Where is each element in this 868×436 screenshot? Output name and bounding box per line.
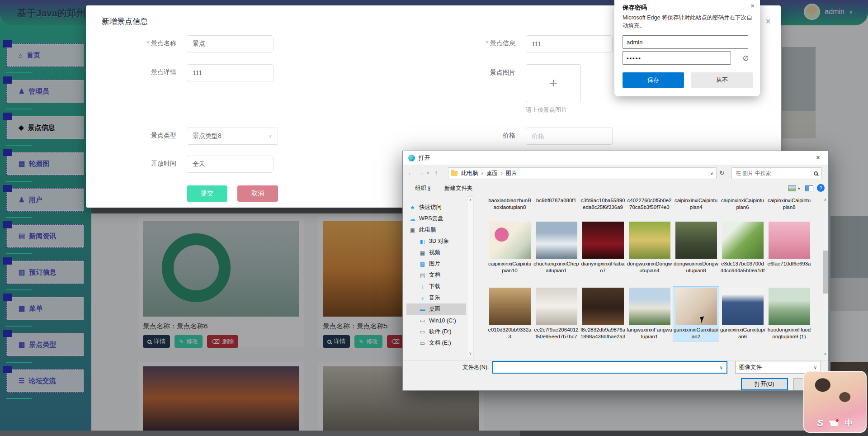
nav-item[interactable]: ★ 快速访问 [406, 202, 466, 213]
nav-item[interactable]: ▦ 视频 [406, 247, 466, 258]
ime-widget[interactable]: S 中 [803, 371, 867, 433]
file-item[interactable]: huodongxinxiHuodongtupian9 (1) [766, 287, 812, 341]
time-label: 开放时间 [113, 160, 176, 168]
forward-icon[interactable]: → [417, 169, 424, 176]
file-item[interactable]: e010d320bb9332a3 [487, 287, 533, 341]
file-item[interactable]: c4022760c0f5b0e270ca5b3f50f74e3 [627, 196, 672, 212]
file-item[interactable]: ganxixinxiGanxitupian2 [673, 287, 719, 341]
page-horizontal-scrollbar[interactable] [0, 431, 868, 436]
back-icon[interactable]: ← [407, 169, 414, 176]
time-field[interactable] [187, 156, 274, 173]
file-name: huodongxinxiHuodongtupian9 (1) [766, 327, 812, 340]
file-item[interactable]: chuchangxinxiChepaitupian1 [533, 221, 579, 275]
file-item[interactable]: baoxiaobiaozhunBaoxiaotupian8 [487, 196, 533, 212]
nav-item[interactable]: ▭ 软件 (D:) [406, 326, 466, 337]
save-button[interactable]: 保存 [623, 72, 684, 88]
dialog-titlebar[interactable]: 打开 [403, 151, 828, 165]
search-box[interactable] [731, 167, 822, 179]
name-field[interactable] [187, 35, 274, 52]
refresh-icon[interactable]: ↻ [719, 169, 725, 176]
nav-item[interactable]: ▭ Win10 (C:) [406, 315, 466, 326]
edge-icon [408, 155, 415, 161]
file-item[interactable]: caipinxinxiCaipintupian4 [673, 196, 719, 212]
file-item[interactable]: caipinxinxiCaipintupian8 [766, 196, 812, 212]
upload-image-box[interactable]: + [526, 64, 581, 102]
breadcrumb-pictures[interactable]: 图片 [506, 170, 517, 177]
save-password-popup: 保存密码 × Microsoft Edge 将保存针对此站点的密码并在下次自动填… [614, 0, 760, 96]
view-caret-icon[interactable]: ▾ [798, 186, 800, 191]
address-caret-icon[interactable]: ∨ [710, 171, 713, 176]
nav-item[interactable]: ☁ WPS云盘 [406, 213, 466, 224]
nav-item[interactable]: ▬ 桌面 [406, 303, 466, 315]
file-item[interactable]: dongwuxinxiDongwutupian8 [673, 221, 719, 275]
breadcrumb-this-pc[interactable]: 此电脑 [461, 170, 478, 177]
view-mode-icon[interactable] [788, 185, 796, 191]
close-icon[interactable]: × [765, 16, 771, 27]
nav-item-icon: ☁ [409, 216, 416, 222]
file-item[interactable]: e3dc137bc03700d44cc644a5b0ea1df [720, 221, 765, 275]
history-caret-icon[interactable]: ∨ [426, 171, 429, 175]
nav-item[interactable]: ▩ 图片 [406, 258, 466, 270]
scroll-down-icon[interactable]: ∨ [467, 351, 473, 355]
file-item[interactable]: dianyingxinxiHaibao7 [580, 221, 626, 275]
never-button[interactable]: 从不 [691, 72, 753, 88]
file-item[interactable]: ee2c7f9ae2064012f50e95eed7b7bc7 [533, 287, 579, 341]
cancel-button[interactable]: 取消 [237, 185, 278, 202]
chevron-down-icon: ∨ [720, 365, 723, 370]
search-input[interactable] [736, 170, 808, 176]
detail-field[interactable] [187, 64, 274, 81]
nav-item[interactable]: ♪ 音乐 [406, 292, 466, 303]
open-button[interactable]: 打开(O) [741, 378, 788, 390]
scroll-down-icon[interactable]: ∨ [822, 352, 828, 356]
file-grid-scrollbar[interactable]: ∧ ∨ [822, 196, 828, 357]
reveal-password-icon[interactable]: ∅ [743, 54, 749, 62]
scroll-up-icon[interactable]: ∧ [822, 198, 828, 202]
price-field[interactable] [526, 128, 613, 145]
nav-item[interactable]: ↓ 下载 [406, 281, 466, 292]
file-item[interactable]: dongwuxinxiDongwutupian4 [627, 221, 672, 275]
nav-scrollbar[interactable]: ∧ ∨ [467, 196, 474, 357]
scroll-up-icon[interactable]: ∧ [467, 198, 473, 202]
submit-button[interactable]: 提交 [187, 185, 227, 202]
filename-input[interactable] [493, 362, 720, 373]
file-thumbnail [536, 288, 577, 325]
address-bar[interactable]: 此电脑 › 桌面 › 图片 ∨ [448, 167, 717, 179]
preview-pane-icon[interactable] [805, 185, 813, 191]
organize-button[interactable]: 组织▾ [415, 185, 430, 192]
file-item[interactable]: ganxixinxiGanxitupian6 [720, 287, 765, 341]
file-item[interactable]: bc9bf8787a080f1 [533, 196, 579, 212]
breadcrumb-desktop[interactable]: 桌面 [486, 170, 498, 177]
up-icon[interactable]: ↑ [434, 169, 438, 176]
filename-combobox[interactable]: ∨ [492, 361, 727, 374]
nav-item[interactable]: ▤ 文档 [406, 270, 466, 281]
file-name: baoxiaobiaozhunBaoxiaotupian8 [487, 197, 533, 211]
file-item[interactable]: caipinxinxiCaipintupian6 [720, 196, 765, 212]
file-item[interactable]: f8e2832db9a9876a1898a436bfbae2a3 [580, 287, 626, 341]
file-name: ganxixinxiGanxitupian2 [673, 327, 719, 340]
nav-item[interactable]: ◧ 3D 对象 [406, 236, 466, 247]
info-field[interactable] [526, 35, 613, 52]
detail-label: 景点详情 [113, 68, 176, 76]
nav-item[interactable]: ▣ 此电脑 [406, 224, 466, 236]
scrollbar-thumb[interactable] [823, 251, 828, 294]
file-item[interactable]: c3fd9ac10ba55890eda8c25f6f336a9 [580, 196, 626, 212]
file-item[interactable]: fangwuxinxiFangwutupian1 [627, 287, 672, 341]
ime-skin-icon[interactable] [830, 421, 838, 426]
new-folder-button[interactable]: 新建文件夹 [444, 185, 473, 192]
nav-item-label: WPS云盘 [419, 215, 443, 223]
type-select[interactable]: 景点类型8 ∨ [187, 128, 278, 145]
file-item[interactable]: e6fae710df6e693a [766, 221, 812, 275]
nav-item-icon: ▭ [419, 340, 426, 346]
close-icon[interactable]: × [750, 2, 755, 9]
username-field[interactable] [623, 35, 748, 49]
file-grid-row: caipinxinxiCaipintupian10 chuchangxinxiC… [487, 221, 813, 275]
password-field[interactable] [623, 51, 731, 65]
scrollbar-thumb[interactable] [0, 431, 520, 436]
help-icon[interactable]: ? [817, 184, 825, 192]
ime-sogou-icon[interactable]: S [817, 418, 823, 428]
file-item[interactable]: caipinxinxiCaipintupian10 [487, 221, 533, 275]
close-icon[interactable]: × [808, 151, 828, 165]
ime-chinese-mode-icon[interactable]: 中 [845, 418, 853, 428]
file-name: dongwuxinxiDongwutupian8 [673, 261, 719, 274]
nav-item[interactable]: ▭ 文档 (E:) [406, 337, 466, 349]
